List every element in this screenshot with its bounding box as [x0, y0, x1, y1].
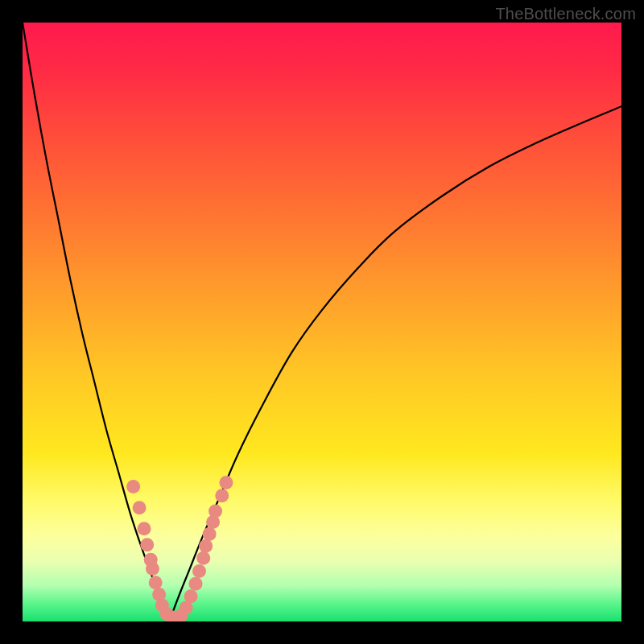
marker-bead [219, 476, 233, 489]
marker-bead [140, 538, 154, 551]
marker-bead [184, 589, 198, 603]
marker-bead [189, 577, 203, 591]
marker-bead [199, 539, 213, 553]
marker-bead [138, 522, 151, 535]
marker-bead [126, 480, 140, 493]
curve-right-branch [169, 106, 621, 621]
chart-frame: TheBottleneck.com [0, 0, 644, 644]
marker-beads [126, 476, 233, 621]
marker-bead [192, 564, 206, 578]
marker-bead [149, 576, 163, 589]
watermark-text: TheBottleneck.com [495, 5, 636, 23]
marker-bead [208, 505, 222, 518]
marker-bead [146, 562, 159, 576]
marker-bead [215, 489, 229, 502]
plot-area [23, 23, 621, 621]
marker-bead [133, 501, 147, 514]
curve-overlay [23, 23, 621, 621]
marker-bead [196, 551, 210, 565]
marker-bead [203, 527, 217, 541]
